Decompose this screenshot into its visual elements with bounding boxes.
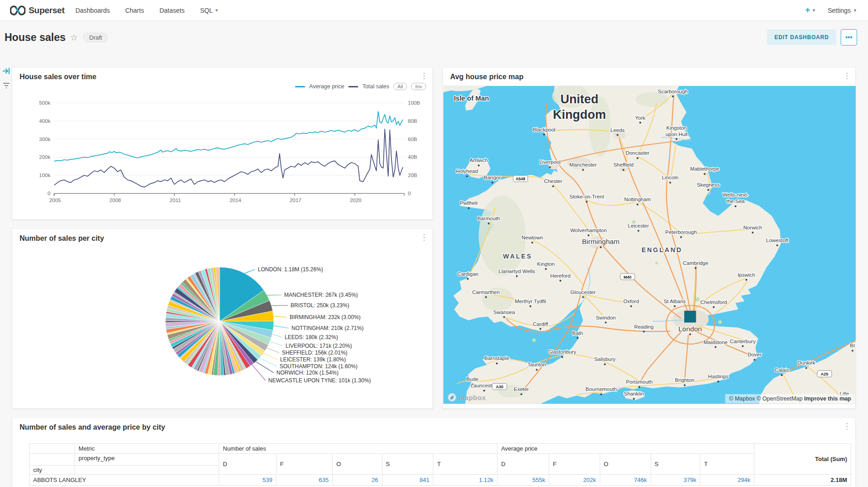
page-title: House sales xyxy=(5,31,65,44)
chart-menu-icon[interactable]: ⋮ xyxy=(843,422,851,431)
pie-label-leader xyxy=(263,353,277,360)
map-city-label: Hastings xyxy=(708,374,728,379)
row-city-name: ABBOTS LANGLEY xyxy=(30,475,219,486)
property-type-col-O[interactable]: O xyxy=(600,454,651,475)
y-axis-right-tick: 100B xyxy=(408,100,420,106)
sales-value[interactable]: 635 xyxy=(276,475,333,486)
x-axis-tick-label: 2017 xyxy=(290,198,301,203)
price-value[interactable]: 555k xyxy=(497,475,549,486)
nav-item-datasets[interactable]: Datasets xyxy=(160,7,185,14)
series-line-average-price[interactable] xyxy=(54,112,403,161)
nav-item-sql[interactable]: SQL ▼ xyxy=(200,7,219,14)
uk-map-canvas[interactable]: UnitedKingdomIsle of ManWALESENGLANDScar… xyxy=(443,86,856,404)
property-type-col-S[interactable]: S xyxy=(651,454,700,475)
property-type-col-F[interactable]: F xyxy=(549,454,600,475)
pie-label: NOTTINGHAM: 210k (2.71%) xyxy=(291,325,364,331)
table-cell xyxy=(30,454,75,466)
pie-label-leader xyxy=(273,316,287,317)
map-city-label: Swindon xyxy=(596,315,616,320)
price-value[interactable]: 746k xyxy=(600,475,651,486)
y-axis-left-tick: 400k xyxy=(39,118,50,124)
map-city-label: Lowestoft xyxy=(766,238,789,243)
map-city-label: Chelmsford xyxy=(700,299,727,305)
filter-icon[interactable] xyxy=(2,82,10,89)
map-city-label: York xyxy=(635,115,646,121)
property-type-col-D[interactable]: D xyxy=(219,454,276,475)
property-type-col-F[interactable]: F xyxy=(276,454,333,475)
property-type-header: property_type xyxy=(75,454,219,466)
sales-value[interactable]: 1.12k xyxy=(433,475,497,486)
chevron-down-icon: ▼ xyxy=(812,8,816,13)
sales-value[interactable]: 26 xyxy=(332,475,382,486)
chevron-down-icon: ▼ xyxy=(853,8,857,13)
map-city-dot xyxy=(530,305,532,307)
average-price-header: Average price xyxy=(497,444,754,454)
pie-label-leader xyxy=(272,334,282,337)
map-city-label: Stoke-on-Trent xyxy=(569,194,604,199)
edit-dashboard-button[interactable]: EDIT DASHBOARD xyxy=(767,30,836,45)
chart-title: Number of sales and average price by cit… xyxy=(20,423,165,431)
nav-item-charts[interactable]: Charts xyxy=(125,7,144,14)
map-city-dot xyxy=(669,182,671,183)
pivot-table: MetricNumber of salesAverage priceTotal … xyxy=(29,443,851,486)
nav-item-dashboards[interactable]: Dashboards xyxy=(75,7,110,14)
map-city-dot xyxy=(600,246,602,248)
y-axis-left-tick: 200k xyxy=(39,154,50,160)
sales-value[interactable]: 841 xyxy=(382,475,433,486)
map-city-dot xyxy=(516,275,518,277)
map-city-dot xyxy=(503,316,505,318)
pivot-table-wrapper: MetricNumber of salesAverage priceTotal … xyxy=(29,443,851,486)
map-city-label: Chester xyxy=(544,178,562,184)
line-chart-canvas[interactable]: 00100k20B200k40B300k60B400k80B500k100B20… xyxy=(12,67,433,220)
chart-card-sales-and-price-table: Number of sales and average price by cit… xyxy=(12,417,856,487)
price-value[interactable]: 379k xyxy=(651,475,700,486)
map-region-label: ENGLAND xyxy=(642,246,682,254)
map-road-badge-label: A30 xyxy=(496,385,503,389)
map-city-dot xyxy=(742,345,744,347)
y-axis-right-tick: 0 xyxy=(408,191,411,196)
map-city-label: the-Sea xyxy=(726,198,745,204)
map-road-badge-label: A548 xyxy=(516,177,525,181)
map-city-dot xyxy=(605,322,607,324)
brand-name: Superset xyxy=(29,5,65,15)
settings-menu[interactable]: Settings ▼ xyxy=(828,7,857,14)
price-value[interactable]: 294k xyxy=(700,475,754,486)
pie-label-leader xyxy=(274,326,289,328)
series-line-total-sales[interactable] xyxy=(54,129,403,187)
chart-menu-icon[interactable]: ⋮ xyxy=(843,72,851,80)
map-city-dot xyxy=(622,169,624,171)
superset-logo[interactable]: Superset xyxy=(10,5,65,15)
map-city-dot xyxy=(630,305,632,307)
map-city-label: London xyxy=(678,325,702,333)
property-type-col-T[interactable]: T xyxy=(700,454,754,475)
chevron-down-icon: ▼ xyxy=(215,8,219,13)
price-value[interactable]: 202k xyxy=(549,475,600,486)
map-city-dot xyxy=(549,166,551,168)
map-city-label: Shanklin xyxy=(624,391,644,396)
dashboard-more-button[interactable]: ••• xyxy=(841,29,857,46)
new-item-button[interactable]: + ▼ xyxy=(805,5,816,15)
attribution-text[interactable]: © Mapbox © OpenStreetMap xyxy=(729,396,803,402)
mapbox-logo[interactable]: mapbox xyxy=(447,393,486,402)
pie-chart-canvas[interactable]: LONDON: 1.18M (15.26%)MANCHESTER: 267k (… xyxy=(12,229,433,409)
map-city-dot xyxy=(781,374,783,376)
expand-filter-bar-icon[interactable] xyxy=(2,67,10,75)
property-type-col-D[interactable]: D xyxy=(497,454,549,475)
pie-label: BIRMINGHAM: 232k (3.00%) xyxy=(290,314,361,320)
map-city-dot xyxy=(637,230,639,232)
map-city-dot xyxy=(715,346,717,348)
improve-map-link[interactable]: Improve this map xyxy=(804,396,852,402)
sales-value[interactable]: 539 xyxy=(219,475,276,486)
map-city-dot xyxy=(492,182,493,183)
map-city-dot xyxy=(746,279,748,281)
pie-label-leader xyxy=(267,295,281,295)
map-city-label: Peterborough xyxy=(665,229,697,235)
map-city-label: Wells-next- xyxy=(722,192,748,198)
map-marker-london[interactable] xyxy=(684,311,696,323)
property-type-col-T[interactable]: T xyxy=(433,454,497,475)
property-type-col-O[interactable]: O xyxy=(332,454,382,475)
map-city-dot xyxy=(753,359,755,360)
favorite-star-icon[interactable]: ☆ xyxy=(70,32,78,43)
property-type-col-S[interactable]: S xyxy=(382,454,433,475)
chart-card-avg-house-price-map: Avg house price map ⋮ xyxy=(442,67,856,409)
